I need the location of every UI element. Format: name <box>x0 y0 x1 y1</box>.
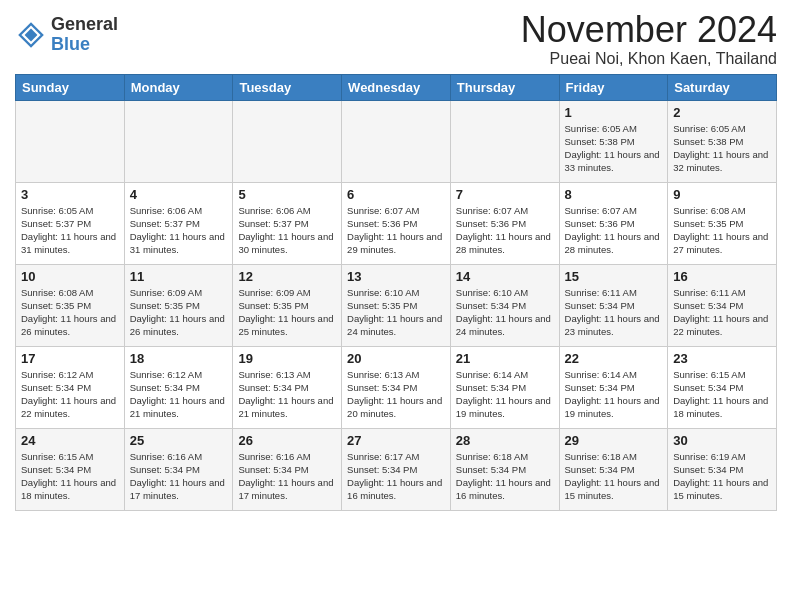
logo-icon <box>15 19 47 51</box>
day-info: Sunrise: 6:16 AM Sunset: 5:34 PM Dayligh… <box>130 450 228 503</box>
calendar-cell: 19Sunrise: 6:13 AM Sunset: 5:34 PM Dayli… <box>233 346 342 428</box>
day-number: 28 <box>456 433 554 448</box>
calendar-cell: 5Sunrise: 6:06 AM Sunset: 5:37 PM Daylig… <box>233 182 342 264</box>
calendar-cell <box>342 100 451 182</box>
week-row-5: 24Sunrise: 6:15 AM Sunset: 5:34 PM Dayli… <box>16 428 777 510</box>
day-info: Sunrise: 6:16 AM Sunset: 5:34 PM Dayligh… <box>238 450 336 503</box>
day-info: Sunrise: 6:15 AM Sunset: 5:34 PM Dayligh… <box>673 368 771 421</box>
logo-text: General Blue <box>51 15 118 55</box>
calendar-cell: 24Sunrise: 6:15 AM Sunset: 5:34 PM Dayli… <box>16 428 125 510</box>
day-info: Sunrise: 6:14 AM Sunset: 5:34 PM Dayligh… <box>456 368 554 421</box>
title-block: November 2024 Pueai Noi, Khon Kaen, Thai… <box>521 10 777 68</box>
header-friday: Friday <box>559 74 668 100</box>
day-number: 11 <box>130 269 228 284</box>
calendar-cell <box>450 100 559 182</box>
day-number: 2 <box>673 105 771 120</box>
day-number: 5 <box>238 187 336 202</box>
header-saturday: Saturday <box>668 74 777 100</box>
calendar-cell: 4Sunrise: 6:06 AM Sunset: 5:37 PM Daylig… <box>124 182 233 264</box>
day-info: Sunrise: 6:17 AM Sunset: 5:34 PM Dayligh… <box>347 450 445 503</box>
day-number: 9 <box>673 187 771 202</box>
day-info: Sunrise: 6:08 AM Sunset: 5:35 PM Dayligh… <box>673 204 771 257</box>
calendar-cell: 13Sunrise: 6:10 AM Sunset: 5:35 PM Dayli… <box>342 264 451 346</box>
day-number: 23 <box>673 351 771 366</box>
calendar-cell: 30Sunrise: 6:19 AM Sunset: 5:34 PM Dayli… <box>668 428 777 510</box>
day-number: 24 <box>21 433 119 448</box>
calendar-cell: 8Sunrise: 6:07 AM Sunset: 5:36 PM Daylig… <box>559 182 668 264</box>
calendar-cell: 1Sunrise: 6:05 AM Sunset: 5:38 PM Daylig… <box>559 100 668 182</box>
day-number: 16 <box>673 269 771 284</box>
week-row-3: 10Sunrise: 6:08 AM Sunset: 5:35 PM Dayli… <box>16 264 777 346</box>
calendar-cell: 11Sunrise: 6:09 AM Sunset: 5:35 PM Dayli… <box>124 264 233 346</box>
day-info: Sunrise: 6:07 AM Sunset: 5:36 PM Dayligh… <box>347 204 445 257</box>
calendar-cell: 23Sunrise: 6:15 AM Sunset: 5:34 PM Dayli… <box>668 346 777 428</box>
day-info: Sunrise: 6:05 AM Sunset: 5:37 PM Dayligh… <box>21 204 119 257</box>
day-number: 8 <box>565 187 663 202</box>
week-row-4: 17Sunrise: 6:12 AM Sunset: 5:34 PM Dayli… <box>16 346 777 428</box>
day-info: Sunrise: 6:10 AM Sunset: 5:35 PM Dayligh… <box>347 286 445 339</box>
header: General Blue November 2024 Pueai Noi, Kh… <box>15 10 777 68</box>
logo-blue: Blue <box>51 35 118 55</box>
calendar-cell: 7Sunrise: 6:07 AM Sunset: 5:36 PM Daylig… <box>450 182 559 264</box>
day-number: 26 <box>238 433 336 448</box>
day-info: Sunrise: 6:06 AM Sunset: 5:37 PM Dayligh… <box>238 204 336 257</box>
day-number: 15 <box>565 269 663 284</box>
location: Pueai Noi, Khon Kaen, Thailand <box>521 50 777 68</box>
day-info: Sunrise: 6:07 AM Sunset: 5:36 PM Dayligh… <box>565 204 663 257</box>
day-info: Sunrise: 6:08 AM Sunset: 5:35 PM Dayligh… <box>21 286 119 339</box>
day-info: Sunrise: 6:18 AM Sunset: 5:34 PM Dayligh… <box>456 450 554 503</box>
calendar-cell <box>124 100 233 182</box>
calendar-cell: 28Sunrise: 6:18 AM Sunset: 5:34 PM Dayli… <box>450 428 559 510</box>
day-number: 6 <box>347 187 445 202</box>
header-wednesday: Wednesday <box>342 74 451 100</box>
day-number: 22 <box>565 351 663 366</box>
calendar-cell: 6Sunrise: 6:07 AM Sunset: 5:36 PM Daylig… <box>342 182 451 264</box>
day-number: 13 <box>347 269 445 284</box>
day-number: 20 <box>347 351 445 366</box>
day-info: Sunrise: 6:05 AM Sunset: 5:38 PM Dayligh… <box>565 122 663 175</box>
calendar-cell: 20Sunrise: 6:13 AM Sunset: 5:34 PM Dayli… <box>342 346 451 428</box>
header-tuesday: Tuesday <box>233 74 342 100</box>
day-number: 4 <box>130 187 228 202</box>
day-info: Sunrise: 6:12 AM Sunset: 5:34 PM Dayligh… <box>130 368 228 421</box>
calendar-cell: 10Sunrise: 6:08 AM Sunset: 5:35 PM Dayli… <box>16 264 125 346</box>
day-number: 25 <box>130 433 228 448</box>
day-number: 3 <box>21 187 119 202</box>
day-number: 27 <box>347 433 445 448</box>
header-monday: Monday <box>124 74 233 100</box>
calendar: Sunday Monday Tuesday Wednesday Thursday… <box>15 74 777 511</box>
day-info: Sunrise: 6:06 AM Sunset: 5:37 PM Dayligh… <box>130 204 228 257</box>
day-info: Sunrise: 6:09 AM Sunset: 5:35 PM Dayligh… <box>238 286 336 339</box>
day-info: Sunrise: 6:13 AM Sunset: 5:34 PM Dayligh… <box>347 368 445 421</box>
logo: General Blue <box>15 15 118 55</box>
day-number: 14 <box>456 269 554 284</box>
calendar-cell: 22Sunrise: 6:14 AM Sunset: 5:34 PM Dayli… <box>559 346 668 428</box>
day-info: Sunrise: 6:12 AM Sunset: 5:34 PM Dayligh… <box>21 368 119 421</box>
calendar-cell: 14Sunrise: 6:10 AM Sunset: 5:34 PM Dayli… <box>450 264 559 346</box>
calendar-header-row: Sunday Monday Tuesday Wednesday Thursday… <box>16 74 777 100</box>
calendar-cell <box>16 100 125 182</box>
calendar-cell: 21Sunrise: 6:14 AM Sunset: 5:34 PM Dayli… <box>450 346 559 428</box>
calendar-cell: 18Sunrise: 6:12 AM Sunset: 5:34 PM Dayli… <box>124 346 233 428</box>
calendar-cell: 25Sunrise: 6:16 AM Sunset: 5:34 PM Dayli… <box>124 428 233 510</box>
day-info: Sunrise: 6:09 AM Sunset: 5:35 PM Dayligh… <box>130 286 228 339</box>
calendar-cell: 26Sunrise: 6:16 AM Sunset: 5:34 PM Dayli… <box>233 428 342 510</box>
day-info: Sunrise: 6:19 AM Sunset: 5:34 PM Dayligh… <box>673 450 771 503</box>
calendar-cell: 29Sunrise: 6:18 AM Sunset: 5:34 PM Dayli… <box>559 428 668 510</box>
day-info: Sunrise: 6:18 AM Sunset: 5:34 PM Dayligh… <box>565 450 663 503</box>
calendar-cell: 2Sunrise: 6:05 AM Sunset: 5:38 PM Daylig… <box>668 100 777 182</box>
header-sunday: Sunday <box>16 74 125 100</box>
day-info: Sunrise: 6:11 AM Sunset: 5:34 PM Dayligh… <box>565 286 663 339</box>
day-number: 18 <box>130 351 228 366</box>
calendar-cell: 9Sunrise: 6:08 AM Sunset: 5:35 PM Daylig… <box>668 182 777 264</box>
day-info: Sunrise: 6:15 AM Sunset: 5:34 PM Dayligh… <box>21 450 119 503</box>
day-number: 7 <box>456 187 554 202</box>
calendar-cell: 15Sunrise: 6:11 AM Sunset: 5:34 PM Dayli… <box>559 264 668 346</box>
day-info: Sunrise: 6:14 AM Sunset: 5:34 PM Dayligh… <box>565 368 663 421</box>
day-number: 19 <box>238 351 336 366</box>
calendar-cell: 27Sunrise: 6:17 AM Sunset: 5:34 PM Dayli… <box>342 428 451 510</box>
calendar-cell: 16Sunrise: 6:11 AM Sunset: 5:34 PM Dayli… <box>668 264 777 346</box>
day-info: Sunrise: 6:07 AM Sunset: 5:36 PM Dayligh… <box>456 204 554 257</box>
calendar-cell: 17Sunrise: 6:12 AM Sunset: 5:34 PM Dayli… <box>16 346 125 428</box>
day-number: 17 <box>21 351 119 366</box>
